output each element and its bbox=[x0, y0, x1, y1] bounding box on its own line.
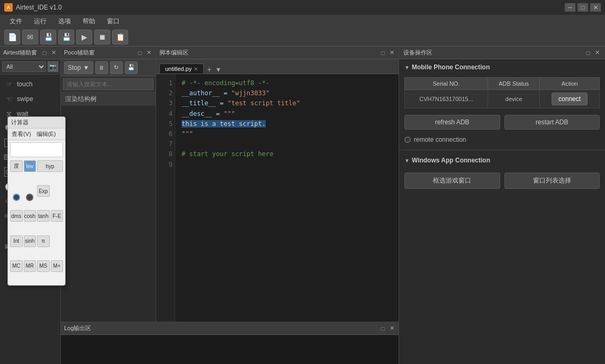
windows-section-label: Windows App Connection bbox=[412, 157, 490, 164]
line-num-5: 5 bbox=[158, 119, 173, 129]
calc-key-mplus[interactable]: M+ bbox=[51, 260, 64, 272]
menu-run[interactable]: 运行 bbox=[29, 16, 52, 27]
calc-key-inv[interactable]: Inv bbox=[24, 160, 37, 172]
calc-menu-edit[interactable]: 编辑(E) bbox=[35, 130, 58, 139]
calc-key-radio2[interactable] bbox=[26, 194, 33, 201]
poco-close-icon[interactable]: ✕ bbox=[145, 49, 152, 57]
panel-expand-icon[interactable]: □ bbox=[41, 49, 48, 57]
calc-key-mc[interactable]: MC bbox=[10, 260, 23, 272]
table-row: CVH7N163170015... device connect bbox=[405, 90, 600, 108]
title-bar: A Airtest_IDE v1.0 ─ □ ✕ bbox=[0, 0, 605, 15]
sidebar-item-swipe-label: swipe bbox=[17, 95, 33, 103]
stop-dropdown[interactable]: Stop ▼ bbox=[64, 61, 93, 74]
save-button[interactable]: 💾 bbox=[40, 30, 56, 44]
menu-bar: 文件 运行 选项 帮助 窗口 bbox=[0, 15, 605, 28]
poco-tree-item[interactable]: 渲染结构树 bbox=[61, 93, 156, 106]
tab-untitled[interactable]: untitled.py ✕ bbox=[159, 63, 204, 74]
device-panel-title: 设备操作区 bbox=[403, 49, 432, 57]
sidebar-item-swipe[interactable]: ☜ swipe bbox=[0, 92, 60, 106]
menu-help[interactable]: 帮助 bbox=[77, 16, 101, 27]
app-icon: A bbox=[4, 3, 13, 12]
device-close-icon[interactable]: ✕ bbox=[593, 49, 601, 57]
calc-menu-view[interactable]: 查看(V) bbox=[10, 130, 33, 139]
calc-key-mr[interactable]: MR bbox=[24, 260, 37, 272]
calc-key-ms[interactable]: MS bbox=[37, 260, 50, 272]
email-button[interactable]: ✉ bbox=[22, 30, 38, 44]
poco-search-box bbox=[61, 76, 156, 93]
remote-radio[interactable] bbox=[404, 136, 411, 143]
mobile-section-title: ▼ Mobile Phone Connection bbox=[399, 59, 605, 75]
poco-panel-title: Poco辅助窗 bbox=[64, 49, 95, 57]
editor-header: 脚本编辑区 □ ✕ bbox=[156, 47, 399, 59]
table-header-serial: Serial NO. bbox=[405, 78, 488, 90]
log-close-icon[interactable]: ✕ bbox=[388, 325, 395, 332]
panel-close-icon[interactable]: ✕ bbox=[50, 49, 57, 57]
menu-options[interactable]: 选项 bbox=[53, 16, 76, 27]
poco-panel: Poco辅助窗 □ ✕ Stop ▼ ⏸ ↻ 💾 bbox=[61, 47, 156, 322]
poco-search-input[interactable] bbox=[63, 78, 153, 90]
airtest-panel-icons: □ ✕ bbox=[41, 49, 57, 57]
calc-key-int[interactable]: Int bbox=[10, 235, 23, 247]
maximize-button[interactable]: □ bbox=[577, 3, 588, 12]
close-button[interactable]: ✕ bbox=[590, 3, 601, 12]
windows-section-title: ▼ Windows App Connection bbox=[399, 152, 605, 168]
calc-key-degree[interactable]: 度 bbox=[10, 160, 23, 172]
calc-key-tanh[interactable]: tanh bbox=[37, 210, 50, 222]
calc-key-exp[interactable]: Exp bbox=[37, 185, 50, 197]
log-expand-icon[interactable]: □ bbox=[379, 325, 386, 332]
calculator-menu: 查看(V) 编辑(E) bbox=[8, 129, 65, 140]
select-window-button[interactable]: 框选游戏窗口 bbox=[404, 172, 500, 189]
calc-key-dms[interactable]: dms bbox=[10, 210, 23, 222]
log-content bbox=[61, 335, 399, 364]
table-header-status: ADB Status bbox=[488, 78, 540, 90]
new-file-button[interactable]: 📄 bbox=[4, 30, 20, 44]
save-as-button[interactable]: 💾 bbox=[58, 30, 74, 44]
table-header-action: Action bbox=[540, 78, 600, 90]
remote-connection-label: remote connection bbox=[414, 136, 466, 143]
adb-buttons: refresh ADB restart ADB bbox=[399, 111, 605, 134]
run-button[interactable]: ▶ bbox=[76, 30, 92, 44]
editor-close-icon[interactable]: ✕ bbox=[388, 49, 395, 57]
editor-expand-icon[interactable]: □ bbox=[379, 49, 386, 57]
poco-panel-icons: □ ✕ bbox=[136, 49, 152, 57]
device-panel-header: 设备操作区 □ ✕ bbox=[399, 47, 605, 59]
table-cell-action: connect bbox=[540, 90, 600, 108]
refresh-button[interactable]: ↻ bbox=[110, 61, 123, 74]
refresh-adb-button[interactable]: refresh ADB bbox=[404, 115, 500, 130]
log-panel-header: Log输出区 □ ✕ bbox=[61, 322, 399, 335]
window-controls: ─ □ ✕ bbox=[565, 3, 601, 12]
calc-key-pi[interactable]: π bbox=[37, 235, 50, 247]
sidebar-item-touch[interactable]: ☞ touch bbox=[0, 77, 60, 92]
mobile-section-label: Mobile Phone Connection bbox=[412, 63, 490, 71]
save-script-button[interactable]: 💾 bbox=[125, 61, 138, 74]
line-numbers: 1 2 3 4 5 6 7 8 9 bbox=[156, 74, 175, 322]
line-num-7: 7 bbox=[158, 139, 173, 149]
code-content[interactable]: # -*- encoding=utf8 -*- __author__ = "wj… bbox=[175, 74, 399, 322]
connect-button[interactable]: connect bbox=[552, 93, 588, 105]
calc-key-hyp[interactable]: hyp bbox=[37, 160, 63, 172]
menu-window[interactable]: 窗口 bbox=[102, 16, 125, 27]
restart-adb-button[interactable]: restart ADB bbox=[504, 115, 600, 130]
menu-file[interactable]: 文件 bbox=[4, 16, 28, 27]
log-button[interactable]: 📋 bbox=[112, 30, 128, 44]
calc-key-fe[interactable]: F-E bbox=[51, 210, 64, 222]
tab-add-button[interactable]: + bbox=[205, 65, 213, 74]
line-num-3: 3 bbox=[158, 98, 173, 108]
poco-expand-icon[interactable]: □ bbox=[136, 49, 143, 57]
stop-button[interactable]: ⏹ bbox=[94, 30, 110, 44]
tab-close-icon[interactable]: ✕ bbox=[194, 66, 198, 72]
filter-select[interactable]: All bbox=[2, 61, 46, 72]
list-windows-button[interactable]: 窗口列表选择 bbox=[504, 172, 600, 189]
minimize-button[interactable]: ─ bbox=[565, 3, 575, 12]
stop-label: Stop bbox=[68, 64, 81, 71]
calc-key-radio[interactable] bbox=[13, 194, 20, 201]
calc-key-sinh[interactable]: sinh bbox=[24, 235, 37, 247]
calc-key-cosh[interactable]: cosh bbox=[24, 210, 37, 222]
tab-dropdown-button[interactable]: ▾ bbox=[214, 65, 222, 74]
calculator-keypad: 度 Inv hyp Exp dms cosh tanh F-E Int sinh… bbox=[8, 159, 65, 285]
code-area: 1 2 3 4 5 6 7 8 9 # -*- encoding=utf8 -*… bbox=[156, 74, 399, 322]
device-expand-icon[interactable]: □ bbox=[584, 49, 592, 57]
filter-camera-button[interactable]: 📷 bbox=[48, 61, 58, 72]
table-cell-status: device bbox=[488, 90, 540, 108]
pause-button[interactable]: ⏸ bbox=[95, 61, 108, 74]
